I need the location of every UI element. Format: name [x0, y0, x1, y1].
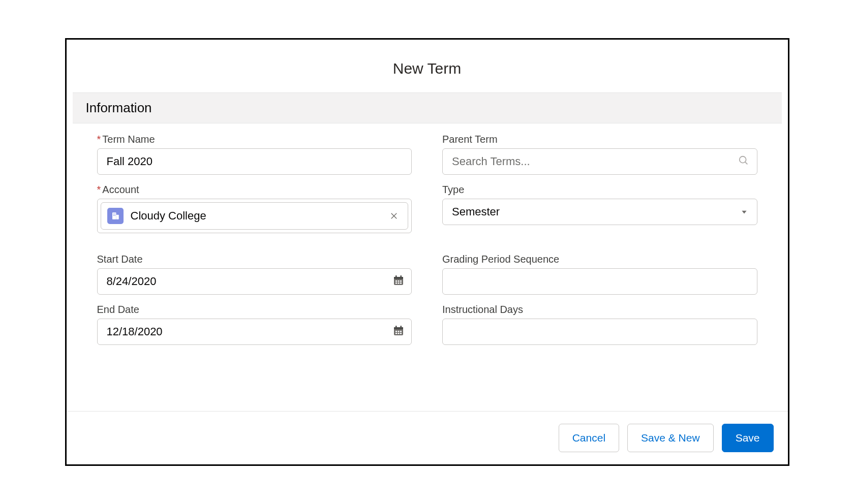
- field-type: Type Semester: [442, 184, 757, 233]
- form-area: *Term Name Parent Term *Account: [67, 123, 788, 411]
- label-start-date: Start Date: [97, 254, 412, 265]
- new-term-modal: New Term Information *Term Name Parent T…: [65, 38, 789, 466]
- grading-period-sequence-input[interactable]: [442, 268, 757, 295]
- field-grading-period-sequence: Grading Period Sequence: [442, 254, 757, 295]
- field-end-date: End Date: [97, 304, 412, 345]
- label-grading-period-sequence: Grading Period Sequence: [442, 254, 757, 265]
- term-name-input[interactable]: [97, 148, 412, 175]
- start-date-input[interactable]: [97, 268, 412, 295]
- label-end-date: End Date: [97, 304, 412, 316]
- svg-rect-3: [116, 215, 118, 219]
- field-account: *Account Cloudy College: [97, 184, 412, 233]
- field-parent-term: Parent Term: [442, 134, 757, 175]
- svg-rect-4: [113, 214, 114, 215]
- end-date-input[interactable]: [97, 319, 412, 345]
- type-select[interactable]: Semester: [442, 199, 757, 225]
- svg-rect-2: [112, 212, 116, 219]
- label-type: Type: [442, 184, 757, 196]
- label-parent-term: Parent Term: [442, 134, 757, 145]
- instructional-days-input[interactable]: [442, 319, 757, 345]
- svg-rect-6: [113, 215, 114, 216]
- label-term-name: *Term Name: [97, 134, 412, 145]
- field-start-date: Start Date: [97, 254, 412, 295]
- account-remove-button[interactable]: [386, 208, 402, 224]
- modal-footer: Cancel Save & New Save: [67, 411, 788, 464]
- account-lookup[interactable]: Cloudy College: [97, 199, 412, 233]
- svg-point-0: [739, 156, 746, 163]
- modal-title: New Term: [67, 40, 788, 92]
- label-account: *Account: [97, 184, 412, 196]
- section-header-information: Information: [73, 92, 782, 123]
- field-instructional-days: Instructional Days: [442, 304, 757, 345]
- svg-rect-5: [114, 214, 115, 215]
- required-star-icon: *: [97, 134, 101, 145]
- chevron-down-icon: [741, 205, 748, 218]
- cancel-button[interactable]: Cancel: [559, 424, 619, 452]
- account-pill: Cloudy College: [101, 202, 409, 230]
- save-button[interactable]: Save: [722, 424, 774, 452]
- required-star-icon: *: [97, 184, 101, 195]
- type-selected-value: Semester: [452, 205, 500, 218]
- svg-rect-7: [114, 215, 115, 216]
- label-instructional-days: Instructional Days: [442, 304, 757, 316]
- svg-line-1: [745, 162, 747, 165]
- field-term-name: *Term Name: [97, 134, 412, 175]
- search-icon: [738, 155, 749, 168]
- parent-term-search-input[interactable]: [442, 148, 757, 175]
- save-and-new-button[interactable]: Save & New: [627, 424, 714, 452]
- account-icon: [107, 208, 124, 224]
- account-pill-label: Cloudy College: [131, 209, 380, 223]
- svg-marker-10: [742, 211, 746, 214]
